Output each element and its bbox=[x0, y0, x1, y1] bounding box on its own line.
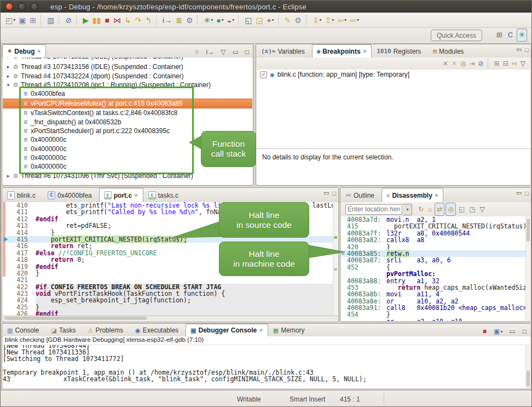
instruction-stepping[interactable]: i→ bbox=[161, 14, 174, 26]
next-annotation[interactable]: ⇧▾ bbox=[323, 14, 336, 26]
code-line[interactable]: 419#endif bbox=[3, 263, 338, 270]
editor-tab[interactable]: ctasks.c bbox=[143, 188, 186, 202]
debug-tree-row[interactable]: 0x4000000c bbox=[3, 135, 252, 144]
expander-icon[interactable]: ▸ bbox=[5, 73, 11, 79]
expander-icon[interactable]: ▸ bbox=[5, 173, 11, 179]
mark-occurrences[interactable]: ✎ bbox=[283, 14, 293, 26]
view-tab[interactable]: ◪Tasks bbox=[46, 324, 83, 336]
instruction-stepping-mode[interactable]: i→ bbox=[205, 46, 216, 58]
save[interactable]: ▣ bbox=[17, 14, 28, 26]
debug-tree-row[interactable]: ▸ Thread #6 1073431096 (Tmr Svc) (Suspen… bbox=[3, 171, 252, 180]
console-output[interactable]: [New Thread 1073468744] [New Thread 1073… bbox=[3, 345, 526, 388]
separator[interactable] bbox=[41, 15, 43, 25]
view-tab[interactable]: ≡Disassembly✕ bbox=[381, 188, 443, 202]
view-tab[interactable]: ◉Executables bbox=[130, 324, 186, 336]
debug-tree-row[interactable]: 0x4000bfea bbox=[3, 89, 252, 98]
skip-all-breakpoints[interactable]: ⊘ bbox=[477, 58, 485, 70]
remove-all-breakpoints[interactable]: ✕ bbox=[450, 58, 459, 70]
binary-display[interactable]: ▥ bbox=[45, 14, 56, 26]
view-tab[interactable]: ▤Modules bbox=[428, 44, 471, 58]
separator[interactable] bbox=[306, 15, 309, 25]
suspend[interactable]: ▮▮ bbox=[91, 14, 103, 26]
close-icon[interactable]: ✕ bbox=[134, 193, 138, 198]
debug-tree-row[interactable]: ▸ Thread #4 1073432224 (dport) (Suspende… bbox=[3, 71, 252, 80]
window-maximize-button[interactable] bbox=[31, 3, 38, 10]
terminate[interactable]: ■ bbox=[481, 325, 489, 337]
debug-tree-row[interactable]: ▸ Thread #3 1073413156 (IDLE) (Suspended… bbox=[3, 62, 252, 71]
quick-access-button[interactable]: Quick Access bbox=[431, 30, 482, 41]
separator[interactable] bbox=[76, 15, 79, 25]
location-input[interactable] bbox=[345, 204, 402, 215]
track-current-pc[interactable]: ◎ bbox=[446, 203, 455, 216]
fold-icon[interactable]: − bbox=[30, 290, 36, 297]
home[interactable]: ⌂ bbox=[426, 203, 433, 215]
step-over[interactable]: ↷ bbox=[134, 14, 144, 26]
minimize[interactable]: ▭ bbox=[507, 325, 517, 337]
close-icon[interactable]: ✕ bbox=[37, 49, 42, 54]
refresh[interactable]: ↻ bbox=[417, 203, 425, 215]
maximize-button[interactable]: □ bbox=[525, 47, 529, 53]
separator[interactable] bbox=[238, 15, 241, 25]
debug-tree-row[interactable]: xPortStartScheduler() at port.c:222 0x40… bbox=[3, 127, 252, 135]
location-dropdown[interactable]: ▾ bbox=[403, 204, 412, 215]
expander-icon[interactable]: ▸ bbox=[5, 64, 11, 70]
run[interactable]: ●▾ bbox=[215, 14, 225, 26]
debug-tree-row[interactable]: 0x4000000c bbox=[3, 153, 252, 162]
forward-history[interactable]: ⇨▾ bbox=[348, 14, 361, 26]
code-line[interactable]: 40083a87:srli a3, a0, 6 bbox=[341, 257, 526, 263]
editor-horizontal-scrollbar[interactable] bbox=[3, 316, 338, 321]
go-to-file-for-breakpoint[interactable]: ⇥ bbox=[467, 58, 476, 70]
view-menu[interactable]: ▽ bbox=[478, 203, 487, 215]
view-tab[interactable]: (x)=Variables bbox=[256, 44, 312, 58]
debug[interactable]: ✳▾ bbox=[202, 14, 215, 26]
debug-tree-row[interactable]: 0x4000000c bbox=[3, 162, 252, 171]
editor-tab[interactable]: C0x4000bfea bbox=[43, 188, 99, 202]
minimize-button[interactable]: ▭ bbox=[323, 190, 329, 197]
debug-tree-row[interactable]: ▸ Thread #2 1073413312 (IDLE) (Suspended… bbox=[3, 58, 252, 62]
view-tab[interactable]: ≔Outline bbox=[340, 188, 381, 202]
view-tab[interactable]: 1010Registers bbox=[372, 44, 428, 58]
show-breakpoints-for[interactable]: ◎ bbox=[459, 58, 467, 70]
debug-tree-row[interactable]: _frxt_dispatch() at 0x4008532b bbox=[3, 117, 252, 126]
debug-tree-row[interactable]: 0x4000000c bbox=[3, 145, 252, 153]
view-menu[interactable]: ▽ bbox=[219, 46, 227, 58]
use-step-filters[interactable]: ⚙ bbox=[184, 14, 195, 26]
window-close-button[interactable] bbox=[5, 3, 13, 10]
code-line[interactable]: 420} bbox=[3, 270, 338, 277]
skip-all-breakpoints[interactable]: ⊘ bbox=[63, 14, 74, 26]
debug-perspective[interactable]: ✳ bbox=[517, 28, 527, 42]
open-new-view[interactable]: ◳ bbox=[467, 203, 477, 215]
editor-tab[interactable]: cblink.c bbox=[2, 188, 43, 202]
view-menu[interactable]: ▽ bbox=[519, 58, 527, 70]
view-tab[interactable]: ⚠Problems bbox=[83, 324, 131, 336]
debug-tree-row[interactable]: vPortCPUReleaseMutex() at port.c:415 0x4… bbox=[3, 99, 252, 108]
sync-with-active-debug-context[interactable]: ⇄ bbox=[435, 203, 444, 216]
expand-all[interactable]: ⊞ bbox=[493, 58, 501, 70]
close-icon[interactable]: ✕ bbox=[259, 328, 263, 333]
settings-gears[interactable]: ⚙ bbox=[293, 14, 304, 26]
breakpoint-row[interactable]: ✓ ◉ blink.c [function: app_main] [type: … bbox=[257, 70, 530, 79]
new-wizard[interactable]: ◰▾ bbox=[4, 14, 17, 26]
close-icon[interactable]: ✕ bbox=[435, 193, 439, 198]
source-editor[interactable]: 410 ets_printf("Last non-recursive lock … bbox=[3, 202, 338, 316]
minimize[interactable]: ▭ bbox=[230, 46, 240, 58]
search[interactable]: ⌖▾ bbox=[265, 14, 276, 26]
code-line[interactable]: 40083a91:call8 0x40081b20 <heap_caps_mal… bbox=[341, 305, 526, 311]
scrollbar-thumb[interactable] bbox=[527, 219, 530, 242]
expander-icon[interactable]: ▸ bbox=[5, 58, 11, 59]
save-all[interactable]: ⊞ bbox=[28, 14, 38, 26]
code-line[interactable]: or a2, a10, a10 bbox=[341, 318, 526, 321]
debug-tree-row[interactable]: vTaskSwitchContext() at tasks.c:2,846 0x… bbox=[3, 108, 252, 117]
separator[interactable] bbox=[197, 15, 200, 25]
editor-tab[interactable]: cport.c✕ bbox=[99, 188, 143, 202]
close-icon[interactable]: ✕ bbox=[363, 49, 367, 54]
display-selected-console[interactable]: ▣▾ bbox=[492, 325, 504, 337]
view-tab[interactable]: ▣Debugger Console✕ bbox=[186, 324, 268, 336]
scrollbar-thumb[interactable] bbox=[4, 317, 147, 320]
external-tools[interactable]: ◒▾ bbox=[225, 14, 236, 26]
breakpoint-checkbox[interactable]: ✓ bbox=[260, 71, 267, 78]
view-tab[interactable]: ▦Memory bbox=[268, 324, 312, 336]
disassembly-scrollbar[interactable] bbox=[525, 216, 530, 321]
separator[interactable] bbox=[156, 15, 159, 25]
code-line[interactable]: 424 esp_set_breakpoint_if_jtag(function)… bbox=[3, 297, 338, 303]
